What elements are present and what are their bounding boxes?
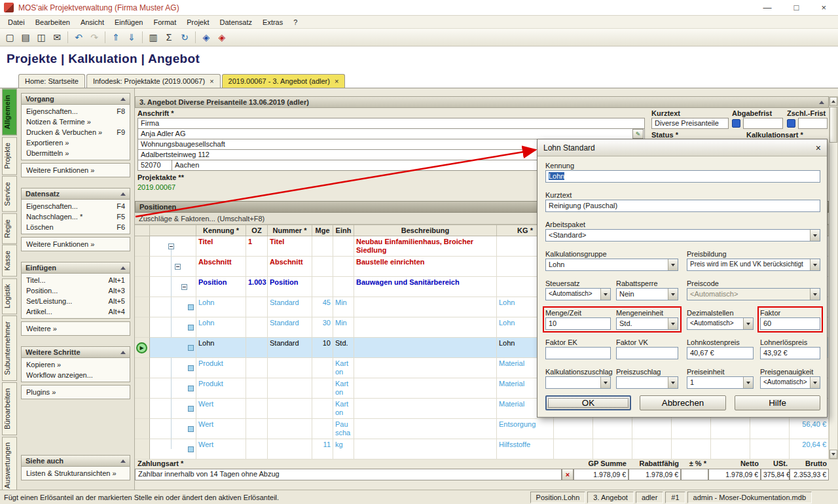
kurztext-field[interactable]: Diverse Preisanteile	[651, 118, 729, 129]
nav-tab-projekte[interactable]: Projekte	[2, 137, 17, 175]
faktor-input[interactable]: 60	[760, 317, 820, 330]
plz-field[interactable]: 52070	[137, 160, 172, 171]
lohnerloespreis-input[interactable]: 43,92 €	[760, 347, 820, 359]
column-kennung[interactable]: Kennung *	[196, 225, 246, 236]
anschrift-line1-field[interactable]: Firma	[137, 118, 645, 129]
close-icon[interactable]: ×	[335, 77, 338, 85]
sidebar-item-exportieren[interactable]: Exportieren »	[22, 137, 130, 148]
tree-expand-icon[interactable]	[181, 284, 187, 290]
faktor-ek-input[interactable]	[545, 347, 611, 359]
sidebar-item-titel[interactable]: Titel...Alt+1	[22, 275, 130, 285]
section-header-einfuegen[interactable]: Einfügen	[21, 262, 130, 274]
lohnkostenpreis-input[interactable]: 40,67 €	[687, 347, 754, 359]
ok-button[interactable]: OK	[545, 395, 631, 410]
tree-expand-icon[interactable]	[168, 243, 174, 249]
sum-icon[interactable]: Σ	[162, 30, 176, 45]
preiseinheit-select[interactable]: 1	[687, 376, 754, 389]
sidebar-item-kopieren[interactable]: Kopieren »	[22, 359, 130, 370]
sidebar-item-listen-strukturansichten[interactable]: Listen & Strukturansichten »	[22, 468, 130, 478]
tab-angebot[interactable]: 2019.00067 - 3. Angebot (adler) ×	[222, 74, 346, 88]
scrollbar-thumb[interactable]	[829, 107, 837, 143]
nav-tab-bueroarbeiten[interactable]: Büroarbeiten	[2, 382, 17, 435]
chevron-down-icon[interactable]	[810, 229, 820, 242]
minimize-icon[interactable]: —	[763, 3, 772, 12]
plusminus-field[interactable]	[681, 469, 708, 480]
print-icon[interactable]: ▤	[18, 30, 33, 45]
calendar-icon[interactable]	[787, 119, 795, 128]
sidebar-item-weitere-funktionen-vorgang[interactable]: Weitere Funktionen »	[22, 165, 130, 175]
tab-home[interactable]: Home: Startseite	[18, 74, 85, 88]
sidebar-item-weitere-einfuegen[interactable]: Weitere »	[22, 323, 130, 334]
menu-extras[interactable]: Extras	[257, 17, 288, 27]
chevron-down-icon[interactable]	[668, 376, 678, 389]
edit-address-icon[interactable]: ✎	[632, 129, 644, 139]
column-einh[interactable]: Einh	[333, 225, 354, 236]
undo-icon[interactable]: ↶	[71, 30, 86, 45]
mengeneinheit-select[interactable]: Std.	[616, 317, 678, 330]
sidebar-item-weitere-funktionen-datensatz[interactable]: Weitere Funktionen »	[22, 239, 130, 249]
chevron-down-icon[interactable]	[668, 259, 678, 271]
search-document-icon[interactable]: ▥	[146, 30, 160, 45]
preisgenauigkeit-select[interactable]: <Automatisch>	[760, 376, 820, 389]
sidebar-item-uebermitteln[interactable]: Übermitteln »	[22, 148, 130, 158]
arbeitspaket-select[interactable]: <Standard>	[545, 229, 820, 242]
close-icon[interactable]: ×	[821, 3, 826, 12]
menu-projekt[interactable]: Projekt	[181, 17, 214, 27]
dezimalstellen-select[interactable]: <Automatisch>	[687, 317, 754, 330]
rabattsperre-select[interactable]: Nein	[616, 288, 678, 300]
menu-datei[interactable]: Datei	[3, 17, 30, 27]
clear-zahlungsart-icon[interactable]: ×	[562, 469, 574, 480]
scroll-down-icon[interactable]	[829, 450, 837, 459]
menu-hilfe[interactable]: ?	[288, 17, 302, 27]
column-beschreibung[interactable]: Beschreibung	[354, 225, 497, 236]
tree-leaf-icon[interactable]	[188, 386, 194, 391]
menu-einfuegen[interactable]: Einfügen	[109, 17, 148, 27]
menge-zeit-input[interactable]: 10	[545, 317, 611, 330]
tree-leaf-icon[interactable]	[188, 325, 194, 331]
sidebar-item-eigenschaften-datensatz[interactable]: Eigenschaften...F4	[22, 201, 130, 211]
menu-datensatz[interactable]: Datensatz	[215, 17, 258, 27]
move-up-icon[interactable]: ⇑	[109, 30, 123, 45]
chevron-down-icon[interactable]	[668, 317, 678, 330]
close-icon[interactable]: ×	[210, 77, 213, 85]
close-icon[interactable]: ×	[816, 143, 821, 153]
maximize-icon[interactable]: □	[794, 3, 799, 12]
tree-leaf-icon[interactable]	[188, 304, 194, 310]
sidebar-item-set-leistung[interactable]: Set/Leistung...Alt+5	[22, 296, 130, 306]
faktor-vk-input[interactable]	[616, 347, 678, 359]
menu-format[interactable]: Format	[148, 17, 181, 27]
chevron-down-icon[interactable]	[810, 259, 820, 271]
collapse-icon[interactable]	[819, 101, 824, 104]
calendar-icon[interactable]	[732, 119, 740, 128]
nav-tab-allgemein[interactable]: Allgemein	[2, 89, 17, 135]
refresh-icon[interactable]: ↻	[177, 30, 192, 45]
sidebar-item-plugins[interactable]: Plugins »	[22, 387, 130, 397]
tree-leaf-icon[interactable]	[188, 345, 194, 351]
kalkulationsgruppe-select[interactable]: Lohn	[545, 259, 678, 271]
sidebar-item-loeschen[interactable]: LöschenF6	[22, 222, 130, 232]
menu-ansicht[interactable]: Ansicht	[75, 17, 109, 27]
sidebar-item-position[interactable]: Position...Alt+3	[22, 285, 130, 296]
projektakte-link[interactable]: 2019.00067	[137, 183, 175, 191]
chevron-down-icon[interactable]	[743, 317, 754, 330]
nav-tab-regie[interactable]: Regie	[2, 213, 17, 244]
chevron-down-icon[interactable]	[600, 376, 611, 389]
chevron-down-icon[interactable]	[668, 288, 678, 300]
nav-tab-auswertungen[interactable]: Auswertungen	[2, 437, 17, 494]
sidebar-item-nachschlagen[interactable]: Nachschlagen... *F5	[22, 211, 130, 222]
cancel-button[interactable]: Abbrechen	[640, 395, 726, 410]
tree-expand-icon[interactable]	[175, 264, 181, 270]
lock-red-icon[interactable]: ◈	[215, 30, 229, 45]
move-down-icon[interactable]: ⇓	[124, 30, 139, 45]
lock-blue-icon[interactable]: ◈	[199, 30, 213, 45]
abgabefrist-field[interactable]	[743, 118, 783, 129]
mail-icon[interactable]: ✉	[50, 30, 64, 45]
section-header-weitere-schritte[interactable]: Weitere Schritte	[21, 346, 130, 358]
scroll-up-icon[interactable]	[829, 97, 837, 106]
chevron-down-icon[interactable]	[743, 376, 754, 389]
nav-tab-service[interactable]: Service	[2, 176, 17, 212]
new-document-icon[interactable]: ▢	[3, 30, 17, 45]
chevron-down-icon[interactable]	[810, 376, 820, 389]
preiszuschlag-select[interactable]	[616, 376, 678, 389]
sidebar-item-notizen-termine[interactable]: Notizen & Termine »	[22, 117, 130, 127]
